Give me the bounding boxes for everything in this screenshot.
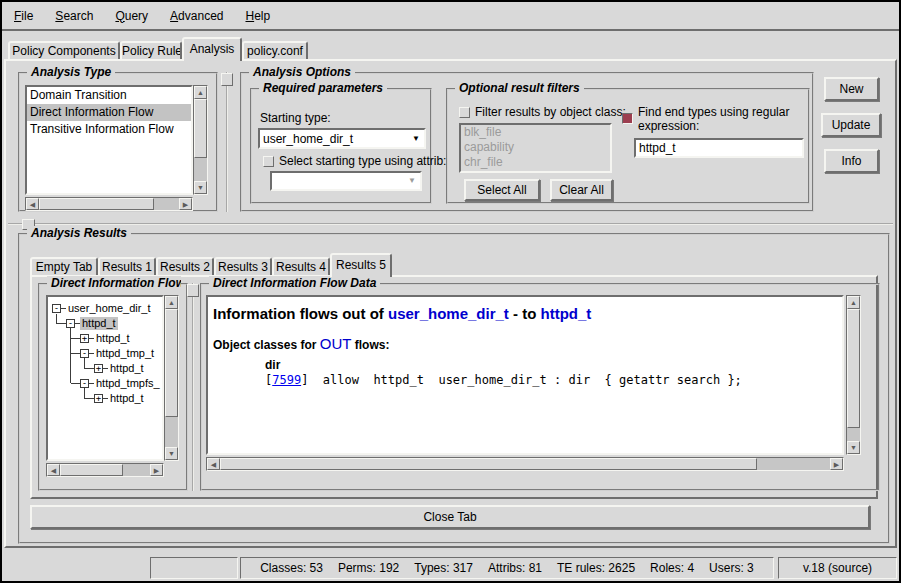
scroll-down-button[interactable]: ▼ xyxy=(165,447,178,460)
tree-row: - httpd_t xyxy=(57,316,162,331)
menu-advanced-label: dvanced xyxy=(178,9,223,23)
new-button[interactable]: New xyxy=(824,77,879,101)
tab-policy-rules[interactable]: Policy Rules xyxy=(120,41,182,59)
tab-analysis[interactable]: Analysis xyxy=(182,37,242,61)
menu-advanced[interactable]: Advanced xyxy=(166,7,227,25)
scroll-left-icon: ◀ xyxy=(211,461,216,468)
tree-node-httpd-t[interactable]: httpd_t xyxy=(108,392,146,405)
filter-object-class-label: Filter results by object class: xyxy=(475,105,626,119)
tree-connector xyxy=(85,398,94,399)
tree-collapse-icon[interactable]: - xyxy=(66,319,75,328)
rule-id-link[interactable]: 7599 xyxy=(272,373,301,387)
tree-node-httpd-t[interactable]: httpd_t xyxy=(108,362,146,375)
rule-line: [7599] allow httpd_t user_home_dir_t : d… xyxy=(265,373,842,387)
analysis-type-item-domain-transition[interactable]: Domain Transition xyxy=(27,87,191,104)
tree-expand-icon[interactable]: + xyxy=(94,364,103,373)
analysis-type-hscrollbar[interactable]: ◀ ▶ xyxy=(25,197,193,211)
scroll-left-button[interactable]: ◀ xyxy=(47,464,60,476)
tree-node-httpd-tmpfs-t[interactable]: httpd_tmpfs_ xyxy=(94,377,162,390)
filter-object-class-checkbox[interactable] xyxy=(459,107,470,118)
close-tab-button[interactable]: Close Tab xyxy=(30,505,870,529)
object-class-item: capability xyxy=(461,140,610,155)
update-button[interactable]: Update xyxy=(821,113,881,137)
scroll-thumb[interactable] xyxy=(220,458,757,470)
clear-all-button[interactable]: Clear All xyxy=(550,179,613,201)
menu-search[interactable]: Search xyxy=(51,7,97,25)
subheading-flow-direction: OUT xyxy=(320,335,352,352)
dropdown-arrow-icon[interactable]: ▼ xyxy=(408,135,424,143)
tree-connector xyxy=(71,338,80,339)
tab-results-2[interactable]: Results 2 xyxy=(156,257,214,275)
panel-sash-handle[interactable] xyxy=(221,73,233,86)
scroll-right-button[interactable]: ▶ xyxy=(150,464,163,476)
tree-data-sash-handle[interactable] xyxy=(187,284,199,297)
analysis-type-item-direct-information-flow[interactable]: Direct Information Flow xyxy=(27,104,191,121)
scroll-track[interactable] xyxy=(847,309,860,441)
object-class-name: dir xyxy=(265,358,842,372)
scroll-left-button[interactable]: ◀ xyxy=(26,198,39,210)
scroll-track[interactable] xyxy=(194,99,207,181)
flow-data-hscrollbar[interactable]: ◀ ▶ xyxy=(206,457,844,471)
scroll-track[interactable] xyxy=(165,309,178,447)
starting-type-value: user_home_dir_t xyxy=(260,132,408,146)
flow-tree-vscrollbar[interactable]: ▲ ▼ xyxy=(164,295,179,461)
scroll-thumb[interactable] xyxy=(847,309,860,428)
tree-collapse-icon[interactable]: - xyxy=(80,349,89,358)
status-roles: Roles: 4 xyxy=(650,561,694,575)
scroll-thumb[interactable] xyxy=(165,309,178,417)
menu-help[interactable]: Help xyxy=(241,7,274,25)
menu-help-mnemonic: H xyxy=(245,9,254,23)
tree-data-sash-line xyxy=(192,283,194,491)
status-perms: Perms: 192 xyxy=(338,561,399,575)
tab-results-4[interactable]: Results 4 xyxy=(272,257,330,275)
tab-results-5[interactable]: Results 5 xyxy=(330,253,392,277)
menu-query[interactable]: Query xyxy=(111,7,152,25)
tree-node-httpd-t-selected[interactable]: httpd_t xyxy=(80,317,118,330)
scroll-thumb[interactable] xyxy=(39,198,154,210)
tree-node-user-home-dir-t[interactable]: user_home_dir_t xyxy=(66,302,153,315)
scroll-up-button[interactable]: ▲ xyxy=(165,296,178,309)
scroll-up-button[interactable]: ▲ xyxy=(847,296,860,309)
tab-results-3[interactable]: Results 3 xyxy=(214,257,272,275)
tree-collapse-icon[interactable]: - xyxy=(52,304,61,313)
select-all-button[interactable]: Select All xyxy=(464,179,540,201)
tree-expand-icon[interactable]: + xyxy=(94,394,103,403)
tab-empty-tab[interactable]: Empty Tab xyxy=(30,257,98,275)
flow-data-text[interactable]: Information flows out of user_home_dir_t… xyxy=(206,295,844,455)
tree-node-httpd-t[interactable]: httpd_t xyxy=(94,332,132,345)
scroll-thumb[interactable] xyxy=(194,99,207,158)
scroll-right-button[interactable]: ▶ xyxy=(179,198,192,210)
scroll-down-button[interactable]: ▼ xyxy=(847,441,860,454)
tree-row: + httpd_t xyxy=(85,361,162,376)
flow-tree-hscrollbar[interactable]: ◀ ▶ xyxy=(46,463,164,477)
scroll-right-button[interactable]: ▶ xyxy=(830,458,843,470)
tab-policy-conf[interactable]: policy.conf xyxy=(242,41,308,59)
flow-data-vscrollbar[interactable]: ▲ ▼ xyxy=(846,295,861,455)
scroll-thumb[interactable] xyxy=(60,464,123,476)
info-button[interactable]: Info xyxy=(824,149,879,173)
scroll-down-button[interactable]: ▼ xyxy=(194,181,207,194)
tree-collapse-icon[interactable]: - xyxy=(80,379,89,388)
scroll-track[interactable] xyxy=(60,464,150,476)
regex-input[interactable] xyxy=(634,138,804,158)
starting-type-combobox[interactable]: user_home_dir_t ▼ xyxy=(258,128,426,149)
status-classes: Classes: 53 xyxy=(260,561,323,575)
analysis-type-item-transitive-information-flow[interactable]: Transitive Information Flow xyxy=(27,121,191,138)
tree-expand-icon[interactable]: + xyxy=(80,334,89,343)
tab-results-1[interactable]: Results 1 xyxy=(98,257,156,275)
attrib-checkbox[interactable] xyxy=(263,156,274,167)
menu-bar: File Search Query Advanced Help xyxy=(2,2,899,31)
analysis-type-vscrollbar[interactable]: ▲ ▼ xyxy=(193,85,208,195)
tree-node-httpd-tmp-t[interactable]: httpd_tmp_t xyxy=(94,347,156,360)
regex-checkbox[interactable] xyxy=(622,113,633,124)
scroll-track[interactable] xyxy=(39,198,179,210)
scroll-up-button[interactable]: ▲ xyxy=(194,86,207,99)
tree-connector xyxy=(70,328,71,383)
scroll-track[interactable] xyxy=(220,458,830,470)
heading-mid: - to xyxy=(509,305,541,322)
optional-filters-title: Optional result filters xyxy=(455,81,584,95)
scroll-left-button[interactable]: ◀ xyxy=(207,458,220,470)
menu-file[interactable]: File xyxy=(10,7,37,25)
tab-policy-components[interactable]: Policy Components xyxy=(8,41,120,59)
flow-data-subheading: Object classes for OUT flows: xyxy=(213,335,842,352)
